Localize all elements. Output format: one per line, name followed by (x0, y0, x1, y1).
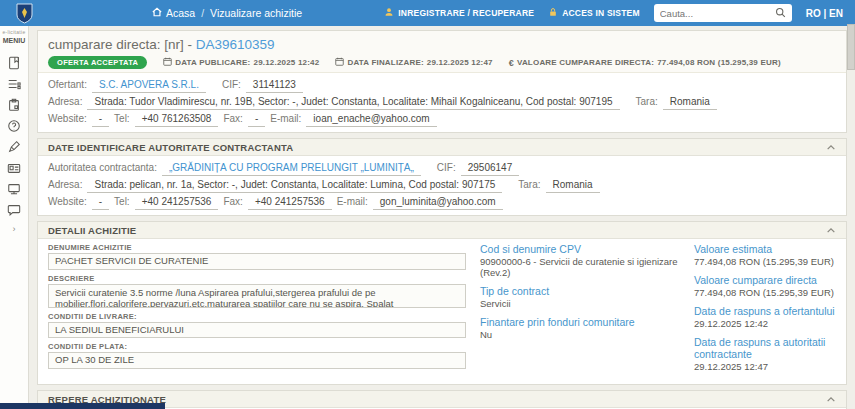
breadcrumb-home-link[interactable]: Acasa (166, 7, 195, 19)
ofertant-name-link[interactable]: S.C. APOVERA S.R.L. (92, 79, 206, 93)
contract-type-item: Tip de contract Servicii (480, 285, 680, 309)
authority-row-name: Autoritatea contractanta: „GRĂDINIȚA CU … (48, 162, 836, 176)
badge-row: OFERTA ACCEPTATA DATA PUBLICARE: 29.12.2… (48, 56, 836, 69)
authority-website: - (92, 196, 109, 210)
chat-icon[interactable] (3, 199, 25, 220)
footer-bar (0, 403, 165, 409)
acquisition-details-body: DENUMIRE ACHIZITIE PACHET SERVICII DE CU… (38, 239, 846, 384)
calendar-icon (163, 57, 172, 68)
funding-value: Nu (480, 329, 680, 340)
id-card-icon[interactable] (3, 157, 25, 178)
authority-row-address: Adresa: Strada: pelican, nr. 1a, Sector:… (48, 179, 836, 193)
access-system-link[interactable]: ACCES IN SISTEM (548, 7, 640, 19)
descriere-label: DESCRIERE (48, 274, 466, 283)
offeror-response-date: 29.12.2025 12:42 (694, 318, 836, 329)
help-icon[interactable] (3, 115, 25, 136)
cpv-item: Cod si denumire CPV 90900000-6 - Servici… (480, 243, 680, 278)
offeror-response-date-item: Data de raspuns a ofertantului 29.12.202… (694, 305, 836, 329)
authority-email: gon_luminita@yahoo.com (373, 196, 503, 210)
sidebar-brand: e-licitatie (2, 29, 25, 35)
contracting-authority-body: Autoritatea contractanta: „GRĂDINIȚA CU … (38, 156, 846, 215)
authority-response-date-label[interactable]: Data de raspuns a autoritatii contractan… (694, 336, 836, 360)
funding-item: Finantare prin fonduri comunitare Nu (480, 316, 680, 340)
authority-phone: +40 241257536 (135, 196, 219, 210)
authority-address: Strada: pelican, nr. 1a, Sector: -, Jude… (87, 179, 502, 193)
topbar: Acasa / Vizualizare achizitie INREGISTRA… (0, 0, 855, 26)
sidebar-menu-label: MENIU (3, 37, 26, 44)
ofertant-email: ioan_enache@yahoo.com (306, 113, 436, 127)
main-content: cumparare directa: [nr] - DA39610359 OFE… (29, 26, 855, 409)
pen-icon[interactable] (3, 136, 25, 157)
search-input[interactable] (660, 8, 775, 19)
details-info-column: Cod si denumire CPV 90900000-6 - Servici… (480, 243, 680, 379)
acquisition-details-header: DETALII ACHIZITIE (38, 222, 846, 239)
breadcrumb: Acasa / Vizualizare achizitie (152, 7, 302, 19)
acquisition-title-area: cumparare directa: [nr] - DA39610359 OFE… (38, 31, 846, 73)
ofertant-row-name: Ofertant: S.C. APOVERA S.R.L. CIF: 31141… (48, 79, 836, 93)
list-icon[interactable] (3, 73, 25, 94)
home-icon (152, 7, 162, 19)
funding-label[interactable]: Finantare prin fonduri comunitare (480, 316, 680, 328)
descriere-field[interactable]: Servicii curatenie 3.5 norme /luna Aspir… (48, 284, 466, 308)
acquisition-details-panel: DETALII ACHIZITIE DENUMIRE ACHIZITIE PAC… (37, 221, 847, 385)
ofertant-row-address: Adresa: Strada: Tudor Vladimirescu, nr. … (48, 96, 836, 110)
ofertant-cif: 31141123 (246, 79, 303, 93)
direct-purchase-value-label[interactable]: Valoare cumparare directa (694, 274, 836, 286)
lock-icon (548, 7, 558, 19)
authority-fax: +40 241257536 (248, 196, 332, 210)
sidebar-expand-arrow[interactable]: › (13, 224, 16, 234)
ofertant-fax: - (248, 113, 265, 127)
estimated-value-item: Valoare estimata 77.494,08 RON (15.295,3… (694, 243, 836, 267)
computer-icon[interactable] (3, 178, 25, 199)
acquisition-header-panel: cumparare directa: [nr] - DA39610359 OFE… (37, 30, 847, 133)
language-toggle[interactable]: RO | EN (806, 8, 843, 19)
cpv-label[interactable]: Cod si denumire CPV (480, 243, 680, 255)
acquisition-id-link[interactable]: DA39610359 (196, 37, 275, 52)
denumire-field[interactable]: PACHET SERVICII DE CURATENIE (48, 253, 466, 270)
notebook-icon[interactable] (3, 52, 25, 73)
topbar-actions: INREGISTRARE / RECUPERARE ACCES IN SISTE… (384, 4, 855, 22)
breadcrumb-current: Vizualizare achizitie (210, 7, 302, 19)
authority-response-date-item: Data de raspuns a autoritatii contractan… (694, 336, 836, 372)
euro-icon: € (509, 58, 514, 68)
contract-type-label[interactable]: Tip de contract (480, 285, 680, 297)
contract-type-value: Servicii (480, 298, 680, 309)
finalize-date-meta: DATA FINALIZARE: 29.12.2025 12:47 (335, 57, 492, 68)
authority-name-link[interactable]: „GRĂDINIȚA CU PROGRAM PRELUNGIT „LUMINIȚ… (162, 162, 421, 176)
details-values-column: Valoare estimata 77.494,08 RON (15.295,3… (694, 243, 836, 379)
estimated-value: 77.494,08 RON (15.295,39 EUR) (694, 256, 836, 267)
authority-country: Romania (546, 179, 600, 193)
offeror-response-date-label[interactable]: Data de raspuns a ofertantului (694, 305, 836, 317)
ofertant-website: - (92, 113, 109, 127)
publish-date-meta: DATA PUBLICARE: 29.12.2025 12:42 (163, 57, 319, 68)
search-box (654, 4, 792, 22)
authority-row-contact: Website: - Tel: +40 241257536 Fax: +40 2… (48, 196, 836, 210)
chevron-up-icon[interactable] (826, 396, 836, 403)
details-form-column: DENUMIRE ACHIZITIE PACHET SERVICII DE CU… (48, 243, 466, 379)
plata-field[interactable]: OP LA 30 DE ZILE (48, 352, 466, 369)
authority-cif: 29506147 (461, 162, 520, 176)
ofertant-section: Ofertant: S.C. APOVERA S.R.L. CIF: 31141… (38, 73, 846, 132)
page-title: cumparare directa: [nr] - DA39610359 (48, 36, 836, 53)
chevron-up-icon[interactable] (826, 227, 836, 234)
clipboard-icon[interactable] (3, 94, 25, 115)
livrare-label: CONDITII DE LIVRARE: (48, 312, 466, 321)
plata-label: CONDITII DE PLATA: (48, 342, 466, 351)
sidebar: e-licitatie MENIU › (0, 26, 29, 409)
status-badge: OFERTA ACCEPTATA (48, 56, 147, 69)
direct-purchase-value-item: Valoare cumparare directa 77.494,08 RON … (694, 274, 836, 298)
contracting-authority-header: DATE IDENTIFICARE AUTORITATE CONTRACTANT… (38, 139, 846, 156)
contracting-authority-panel: DATE IDENTIFICARE AUTORITATE CONTRACTANT… (37, 138, 847, 216)
ofertant-phone: +40 761263508 (135, 113, 219, 127)
authority-response-date: 29.12.2025 12:47 (694, 361, 836, 372)
direct-purchase-value: 77.494,08 RON (15.295,39 EUR) (694, 287, 836, 298)
romania-coat-of-arms-logo[interactable] (16, 2, 34, 24)
calendar-icon (335, 57, 344, 68)
livrare-field[interactable]: LA SEDIUL BENEFICIARULUI (48, 322, 466, 339)
chevron-up-icon[interactable] (826, 144, 836, 151)
estimated-value-label[interactable]: Valoare estimata (694, 243, 836, 255)
register-recover-link[interactable]: INREGISTRARE / RECUPERARE (384, 7, 534, 19)
scrollbar-thumb[interactable] (847, 24, 855, 70)
search-icon[interactable] (775, 4, 786, 22)
user-plus-icon (384, 7, 394, 19)
